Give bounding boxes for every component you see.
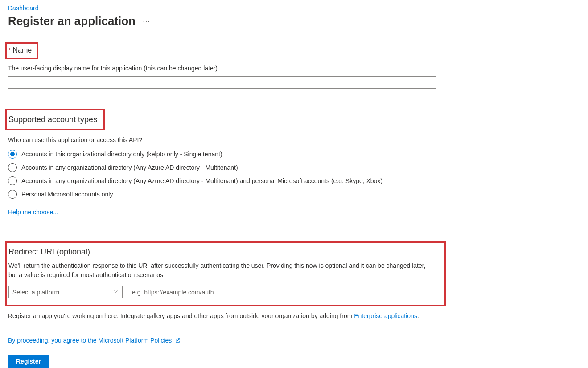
external-link-icon bbox=[174, 337, 181, 343]
redirect-uri-highlight: Redirect URI (optional) We'll return the… bbox=[5, 241, 446, 306]
account-types-question: Who can use this application or access t… bbox=[8, 136, 580, 143]
platform-select[interactable]: Select a platform bbox=[8, 286, 123, 298]
radio-option-personal-only[interactable]: Personal Microsoft accounts only bbox=[8, 190, 580, 199]
radio-circle-icon bbox=[8, 150, 17, 159]
more-icon[interactable]: ⋯ bbox=[143, 17, 150, 25]
integrate-text: Register an app you're working on here. … bbox=[8, 312, 580, 319]
radio-circle-icon bbox=[8, 163, 17, 172]
register-button[interactable]: Register bbox=[8, 355, 49, 368]
radio-label: Accounts in this organizational director… bbox=[21, 151, 222, 158]
radio-option-multitenant[interactable]: Accounts in any organizational directory… bbox=[8, 163, 580, 172]
redirect-uri-description: We'll return the authentication response… bbox=[8, 261, 432, 280]
radio-label: Personal Microsoft accounts only bbox=[21, 191, 113, 198]
chevron-down-icon bbox=[113, 289, 119, 296]
divider bbox=[0, 326, 588, 326]
platform-select-value: Select a platform bbox=[12, 289, 59, 296]
name-heading-highlight: *Name bbox=[5, 42, 38, 59]
radio-label: Accounts in any organizational directory… bbox=[21, 164, 238, 171]
redirect-uri-input[interactable] bbox=[128, 286, 355, 298]
help-me-choose-link[interactable]: Help me choose... bbox=[8, 209, 580, 216]
account-types-heading: Supported account types bbox=[8, 115, 97, 124]
account-types-radio-group: Accounts in this organizational director… bbox=[8, 150, 580, 199]
platform-policies-link[interactable]: By proceeding, you agree to the Microsof… bbox=[8, 337, 580, 344]
radio-label: Accounts in any organizational directory… bbox=[21, 177, 382, 184]
radio-circle-icon bbox=[8, 176, 17, 185]
name-input[interactable] bbox=[8, 76, 436, 89]
radio-circle-icon bbox=[8, 190, 17, 199]
required-asterisk: * bbox=[8, 47, 11, 54]
page-title: Register an application bbox=[8, 14, 136, 28]
radio-option-single-tenant[interactable]: Accounts in this organizational director… bbox=[8, 150, 580, 159]
name-description: The user-facing display name for this ap… bbox=[8, 65, 580, 72]
breadcrumb-dashboard[interactable]: Dashboard bbox=[8, 4, 580, 12]
radio-option-multitenant-personal[interactable]: Accounts in any organizational directory… bbox=[8, 176, 580, 185]
name-label: Name bbox=[12, 46, 32, 54]
account-types-heading-highlight: Supported account types bbox=[5, 109, 105, 130]
redirect-uri-heading: Redirect URI (optional) bbox=[8, 247, 439, 257]
enterprise-applications-link[interactable]: Enterprise applications bbox=[354, 312, 417, 319]
